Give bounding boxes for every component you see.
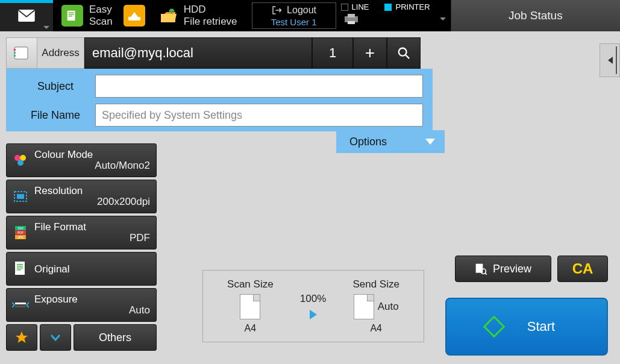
svg-text:JPG: JPG	[17, 236, 23, 239]
favorite-button[interactable]	[6, 324, 37, 351]
filename-label: File Name	[16, 109, 95, 122]
setting-original[interactable]: Original	[6, 252, 157, 286]
printer-led-icon	[384, 4, 392, 11]
svg-rect-2	[69, 13, 74, 13]
svg-text:TIFF: TIFF	[17, 227, 24, 230]
subject-input[interactable]	[95, 75, 423, 98]
scan-settings-column: Colour ModeAuto/Mono2 Resolution200x200d…	[6, 143, 157, 351]
scan-size-value: A4	[245, 323, 257, 334]
preview-button[interactable]: Preview	[455, 256, 551, 282]
scroll-down-button[interactable]	[40, 324, 71, 351]
svg-rect-29	[17, 268, 23, 269]
setting-title: Original	[34, 264, 150, 274]
others-button[interactable]: Others	[74, 324, 157, 351]
start-button[interactable]: Start	[445, 298, 608, 356]
device-status-panel: LINE PRINTER	[336, 0, 451, 31]
options-toggle[interactable]: Options	[336, 130, 445, 153]
current-user: Test User 1	[271, 17, 317, 27]
printer-label: PRINTER	[395, 2, 430, 11]
svg-rect-11	[14, 52, 16, 54]
filename-input[interactable]: Specified by System Settings	[95, 104, 423, 127]
svg-rect-27	[17, 264, 23, 265]
triangle-right-icon	[310, 310, 317, 319]
job-status-label: Job Status	[509, 9, 563, 22]
dropdown-caret-icon	[43, 26, 49, 29]
svg-rect-30	[17, 269, 21, 271]
easy-scan-alt-icon[interactable]	[124, 5, 145, 27]
preview-label: Preview	[493, 263, 531, 275]
side-panel-collapse-button[interactable]	[600, 43, 620, 77]
ratio-value: 100%	[300, 293, 326, 305]
easy-scan-button[interactable]: Easy Scan	[53, 0, 121, 31]
easy-scan-icon	[61, 5, 83, 27]
printer-icon	[343, 13, 359, 25]
scan-size-label: Scan Size	[227, 278, 274, 290]
triangle-left-icon	[606, 55, 614, 65]
address-count[interactable]: 1	[312, 37, 353, 69]
svg-point-17	[17, 160, 23, 166]
size-panel[interactable]: Scan Size A4 100% Send Size Auto A4	[202, 270, 424, 342]
svg-rect-19	[17, 194, 24, 199]
svg-text:PDF: PDF	[17, 231, 23, 234]
envelope-icon	[17, 9, 36, 22]
setting-file-format[interactable]: TIFFPDFJPG File FormatPDF	[6, 216, 157, 249]
message-fields-panel: Subject File Name Specified by System Se…	[6, 69, 433, 131]
top-bar: Easy Scan HDD File retrieve Logout Test …	[0, 0, 620, 31]
svg-line-35	[485, 273, 487, 275]
svg-rect-10	[14, 49, 16, 51]
add-address-button[interactable]: +	[353, 37, 387, 69]
setting-exposure[interactable]: ExposureAuto	[6, 288, 157, 322]
status-dropdown-caret-icon	[440, 17, 446, 20]
size-ratio: 100%	[300, 293, 326, 319]
setting-value: Auto/Mono2	[34, 160, 150, 172]
others-label: Others	[99, 331, 131, 344]
line-label: LINE	[352, 2, 369, 11]
start-diamond-icon	[483, 316, 505, 338]
start-label: Start	[527, 319, 555, 334]
svg-rect-32	[15, 306, 26, 307]
svg-rect-8	[348, 21, 355, 24]
svg-rect-28	[17, 266, 23, 267]
clear-all-button[interactable]: CA	[557, 256, 608, 282]
setting-value: PDF	[34, 232, 150, 244]
address-book-icon	[13, 45, 31, 61]
star-icon	[14, 330, 29, 345]
svg-rect-9	[14, 47, 28, 59]
setting-title: Colour Mode	[34, 149, 150, 160]
search-icon	[397, 46, 410, 60]
address-bar: Address email@myq.local 1 +	[6, 37, 601, 69]
hdd-retrieve-button[interactable]: HDD File retrieve	[151, 0, 246, 31]
send-size-value: A4	[370, 323, 382, 334]
resolution-icon	[11, 187, 30, 206]
svg-rect-5	[128, 17, 140, 20]
svg-point-13	[399, 48, 407, 56]
page-icon	[240, 294, 260, 319]
job-status-button[interactable]: Job Status	[451, 0, 620, 31]
hdd-retrieve-label: HDD File retrieve	[184, 4, 237, 27]
send-size-column: Send Size Auto A4	[352, 278, 399, 334]
mode-email-tab[interactable]	[0, 0, 53, 31]
svg-rect-31	[15, 303, 26, 304]
send-size-auto: Auto	[378, 301, 399, 313]
address-book-button[interactable]	[6, 37, 37, 69]
setting-resolution[interactable]: Resolution200x200dpi	[6, 180, 157, 213]
setting-colour-mode[interactable]: Colour ModeAuto/Mono2	[6, 143, 157, 177]
setting-value: Auto	[34, 304, 150, 316]
chevron-down-icon	[49, 331, 62, 344]
svg-rect-12	[14, 55, 16, 57]
send-size-label: Send Size	[352, 278, 399, 290]
exposure-icon	[11, 296, 30, 314]
preview-icon	[475, 263, 487, 275]
line-led-icon	[341, 4, 348, 11]
setting-title: Exposure	[34, 294, 150, 304]
address-input[interactable]: email@myq.local	[84, 37, 312, 69]
folder-arrow-icon	[160, 8, 178, 24]
search-address-button[interactable]	[387, 37, 421, 69]
logout-button[interactable]: Logout Test User 1	[252, 2, 336, 29]
svg-rect-0	[18, 10, 35, 22]
options-label: Options	[349, 136, 387, 148]
scan-size-column: Scan Size A4	[227, 278, 274, 334]
setting-value: 200x200dpi	[34, 196, 150, 208]
file-format-icon: TIFFPDFJPG	[11, 224, 30, 242]
original-icon	[11, 260, 30, 278]
